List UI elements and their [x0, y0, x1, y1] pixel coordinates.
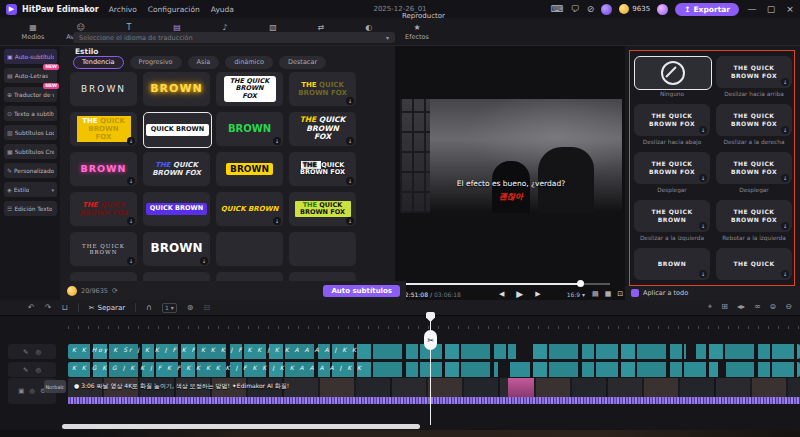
sidebar-item-personalizado[interactable]: ✎Personalizado — [4, 163, 57, 178]
style-tile[interactable]: THE QUICK BROWN FOX — [143, 152, 210, 186]
style-tab-dinámico[interactable]: dinámico — [225, 56, 273, 69]
animation-preset[interactable]: THE QUICK↓ — [716, 248, 792, 280]
style-tab-tendencia[interactable]: Tendencia — [73, 56, 124, 69]
video-preview[interactable]: El efecto es bueno, ¿verdad? 괜찮아 — [400, 99, 622, 213]
auto-subtitles-button[interactable]: Auto subtítulos — [323, 285, 400, 297]
magnet-icon[interactable]: ∩ — [146, 303, 152, 313]
credits-counter[interactable]: 9635 — [619, 4, 650, 14]
download-icon[interactable]: ⊘ — [587, 4, 595, 14]
menu-archivo[interactable]: Archivo — [109, 5, 137, 14]
export-icon: ↥ — [684, 5, 690, 14]
feedback-icon[interactable]: 🗩 — [571, 4, 580, 14]
style-tile[interactable]: THE QUICK BROWN FOX↓ — [70, 112, 137, 146]
sidebar-item-subt-tulos-locales[interactable]: ▥Subtítulos Locales — [4, 125, 57, 140]
lock-icon[interactable]: ▣ — [18, 387, 24, 395]
style-tile[interactable]: QUICK BROWN — [143, 192, 210, 226]
timeline-tool-icon[interactable]: ⊖ — [785, 302, 792, 312]
snapshot-icon[interactable]: ▤ — [592, 290, 599, 298]
style-tile[interactable]: BROWN↓ — [216, 112, 283, 146]
animation-preset[interactable]: THE QUICKBROWN FOX↓ — [716, 104, 792, 136]
video-clip-label-chip[interactable]: Norbalc — [44, 380, 66, 393]
delete-icon[interactable]: ⊔ — [61, 303, 67, 313]
restore-button[interactable]: ▢ — [765, 4, 777, 14]
style-tile[interactable]: QUICK BROWN — [143, 112, 212, 148]
playhead-split-button[interactable]: ✂ — [424, 330, 437, 350]
sidebar-item-auto-subt-tulos[interactable]: ▣Auto-subtítulos — [4, 49, 57, 64]
sidebar-item-estilo[interactable]: ◈Estilo▾ — [4, 182, 57, 197]
eye-icon[interactable]: ◎ — [35, 366, 41, 374]
minimize-button[interactable]: — — [746, 4, 758, 14]
style-tile[interactable]: THE QUICK BROWN FOX↓ — [289, 112, 356, 146]
export-button[interactable]: ↥ Exportar — [675, 3, 739, 16]
sidebar-item-auto-letras[interactable]: ▤Auto-LetrasNEW — [4, 68, 57, 83]
timeline-tool-icon[interactable]: ◂▸ — [737, 302, 745, 312]
animation-preset[interactable]: THE QUICKBROWN FOX↓ — [716, 200, 792, 232]
timeline-tool-icon[interactable]: ⊜ — [770, 302, 777, 312]
sidebar-item-texto-a-subt-tulos[interactable]: ⊙Texto a subtítulos — [4, 106, 57, 121]
prev-frame-button[interactable]: ◀ — [499, 290, 504, 298]
style-tile[interactable] — [216, 232, 283, 266]
keyboard-shortcuts-icon[interactable]: ⌨ — [551, 4, 564, 14]
sidebar-item-traductor-de-vi-[interactable]: ⊕Traductor de vi..NEW — [4, 87, 57, 102]
audio-waveform[interactable] — [68, 397, 800, 404]
vip-icon[interactable] — [657, 4, 668, 15]
animation-preset[interactable]: THE QUICKBROWN FOX↓ — [716, 152, 792, 184]
edit-icon[interactable]: ✎ — [23, 348, 28, 356]
toolbar-item-efectos[interactable]: ★Efectos — [394, 23, 440, 41]
menu-ayuda[interactable]: Ayuda — [211, 5, 234, 14]
preset-caption: Deslizar hacia arriba — [716, 91, 792, 97]
style-tab-destacar[interactable]: Destacar — [279, 56, 326, 69]
menu-configuracion[interactable]: Configuración — [148, 5, 200, 14]
timeline-tool-icon[interactable]: ∞ — [754, 302, 761, 312]
style-tab-progresivo[interactable]: Progresivo — [130, 56, 182, 69]
animation-preset[interactable]: THE QUICKBROWN FOX↓ — [634, 152, 710, 184]
animation-preset[interactable]: THE QUICKBROWN FOX↓ — [634, 104, 710, 136]
style-tile[interactable]: BROWN — [216, 152, 283, 186]
apply-all-bar[interactable]: Aplicar a todo — [625, 286, 800, 300]
style-tile[interactable]: BROWN — [143, 72, 210, 106]
translation-language-dropdown[interactable]: Seleccione el idioma de traducción ▾ — [73, 32, 395, 43]
redo-icon[interactable]: ↷ — [45, 303, 52, 313]
split-button[interactable]: ✂ Separar — [89, 304, 125, 312]
subtitle-track-2[interactable]: K K G K G ǀ K K ǀ F K F K K K K K ǀ F K … — [68, 362, 800, 377]
style-tile[interactable]: THE QUICK BROWN FOX↓ — [289, 72, 356, 106]
track-level-select[interactable]: 1 ▾ — [162, 303, 177, 313]
grid-icon[interactable]: ▦ — [605, 290, 612, 298]
horizontal-scrollbar[interactable] — [62, 424, 420, 429]
crop-icon[interactable]: ⊟ — [203, 303, 210, 313]
style-tile[interactable] — [289, 232, 356, 266]
style-tile[interactable]: THE QUICK BROWN FOX↓ — [70, 192, 137, 226]
style-tile[interactable]: BROWN↓ — [143, 232, 210, 266]
eye-icon[interactable]: ◎ — [35, 348, 41, 356]
style-tile[interactable]: THE QUICK BROWN FOX — [216, 72, 283, 106]
toolbar-item-medios[interactable]: ▦Medios — [10, 23, 56, 41]
play-button[interactable]: ▶ — [516, 289, 523, 299]
close-button[interactable]: × — [784, 4, 796, 14]
animation-preset[interactable]: THE QUICKBROWN↓ — [634, 200, 710, 232]
edit-icon[interactable]: ✎ — [23, 366, 28, 374]
fullscreen-icon[interactable]: ⊡ — [617, 290, 623, 298]
eye-icon[interactable]: ◎ — [29, 387, 35, 395]
playback-progress-knob[interactable] — [577, 280, 584, 287]
refresh-icon[interactable]: ⟳ — [112, 287, 118, 295]
undo-icon[interactable]: ↶ — [28, 303, 35, 313]
sidebar-item-edici-n-texto[interactable]: ☰Edición Texto — [4, 201, 57, 216]
next-frame-button[interactable]: ▶ — [535, 290, 540, 298]
user-avatar[interactable] — [601, 4, 612, 15]
style-tile[interactable]: BROWN↓ — [70, 152, 137, 186]
style-tile[interactable]: BROWN — [70, 72, 137, 106]
animation-preset[interactable]: THE QUICKBROWN FOX↓ — [716, 56, 792, 88]
timeline-tool-icon[interactable]: ⌖ — [708, 302, 713, 312]
style-tile[interactable]: THE QUICK BROWN FOX↓ — [289, 152, 356, 186]
timeline-tool-icon[interactable]: ⊞ — [721, 302, 728, 312]
aspect-ratio-select[interactable]: 16:9 ▾ — [567, 291, 585, 298]
animation-preset[interactable]: BROWN↓ — [634, 248, 710, 280]
style-tile[interactable]: THE QUICK BROWN↓ — [70, 232, 137, 266]
sidebar-item-subt-tulos-crea-[interactable]: ▦Subtítulos Crea.. — [4, 144, 57, 159]
style-tile[interactable]: QUICK BROWN↓ — [216, 192, 283, 226]
video-track-clip[interactable]: ● 3:06 짜날 영상 4K로 화질 높이기, 색상 보정하는 방법! ✦Ed… — [68, 378, 800, 397]
style-tile[interactable]: THE QUICK BROWN FOX↓ — [289, 192, 356, 226]
animation-preset[interactable] — [634, 56, 712, 90]
snap-icon[interactable]: ⊛ — [187, 303, 194, 313]
style-tab-asia[interactable]: Asia — [188, 56, 220, 69]
